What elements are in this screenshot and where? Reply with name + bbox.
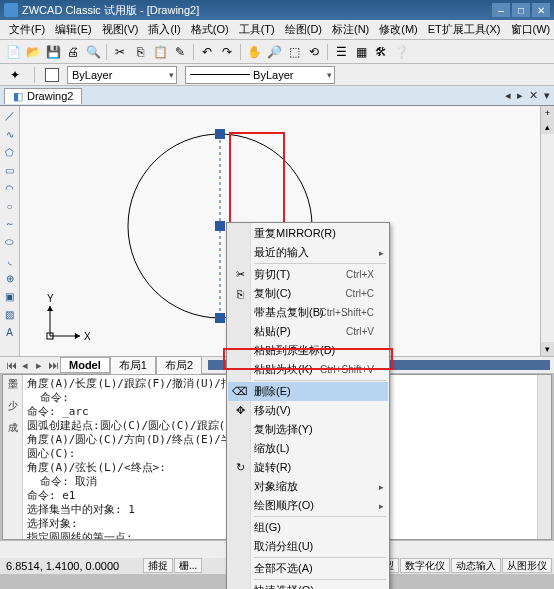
ctx-复制C[interactable]: ⎘复制(C)Ctrl+C [228, 284, 388, 303]
tabstrip-left-icon[interactable]: ◂ [505, 89, 511, 102]
ctx-粘贴为块K[interactable]: 粘贴为块(K)Ctrl+Shift+V [228, 360, 388, 379]
polygon-icon[interactable]: ⬠ [2, 144, 18, 160]
tabstrip-close-icon[interactable]: ✕ [529, 89, 538, 102]
save-icon[interactable]: 💾 [44, 43, 62, 61]
ctx-移动V[interactable]: ✥移动(V) [228, 401, 388, 420]
sb-tablet[interactable]: 数字化仪 [400, 558, 450, 573]
match-icon[interactable]: ✎ [171, 43, 189, 61]
props-icon[interactable]: ☰ [332, 43, 350, 61]
menu-n[interactable]: 标注(N) [327, 20, 374, 39]
zoomwin-icon[interactable]: ⬚ [285, 43, 303, 61]
cut-icon[interactable]: ✂ [111, 43, 129, 61]
color-swatch[interactable] [45, 68, 59, 82]
grid-toggle[interactable]: 栅... [174, 558, 202, 573]
tab-prev-icon[interactable]: ◂ [18, 359, 32, 372]
text-icon[interactable]: A [2, 324, 18, 340]
help-icon[interactable]: ❔ [392, 43, 410, 61]
menu-t[interactable]: 工具(T) [234, 20, 280, 39]
ctx-最近的输入[interactable]: 最近的输入▸ [228, 243, 388, 262]
sb-dyn[interactable]: 动态输入 [451, 558, 501, 573]
ctx-快速选择Q[interactable]: 快速选择(Q)... [228, 581, 388, 589]
pan-icon[interactable]: ✋ [245, 43, 263, 61]
layer-icon[interactable]: ✦ [6, 66, 24, 84]
zoomprev-icon[interactable]: ⟲ [305, 43, 323, 61]
tab-model[interactable]: Model [60, 357, 110, 373]
tabstrip-menu-icon[interactable]: ▾ [544, 89, 550, 102]
maximize-button[interactable]: □ [512, 3, 530, 17]
ctx-粘贴到原坐标D[interactable]: 粘贴到原坐标(D) [228, 341, 388, 360]
design-icon[interactable]: ▦ [352, 43, 370, 61]
ctx-对象缩放[interactable]: 对象缩放▸ [228, 477, 388, 496]
document-tabs: ◧Drawing2 ◂ ▸ ✕ ▾ [0, 86, 554, 106]
zoom-icon[interactable]: 🔎 [265, 43, 283, 61]
tab-next-icon[interactable]: ▸ [32, 359, 46, 372]
menu-o[interactable]: 格式(O) [186, 20, 234, 39]
minimize-button[interactable]: – [492, 3, 510, 17]
linetype-combo[interactable]: ByLayer [185, 66, 335, 84]
ctx-粘贴P[interactable]: 粘贴(P)Ctrl+V [228, 322, 388, 341]
toolbar-standard: 📄 📂 💾 🖨 🔍 ✂ ⎘ 📋 ✎ ↶ ↷ ✋ 🔎 ⬚ ⟲ ☰ ▦ 🛠 ❔ [0, 40, 554, 64]
tabstrip-right-icon[interactable]: ▸ [517, 89, 523, 102]
menu-f[interactable]: 文件(F) [4, 20, 50, 39]
ctx-缩放L[interactable]: 缩放(L) [228, 439, 388, 458]
menu-i[interactable]: 插入(I) [143, 20, 185, 39]
ctx-全部不选A[interactable]: 全部不选(A) [228, 559, 388, 578]
menubar: 文件(F)编辑(E)视图(V)插入(I)格式(O)工具(T)绘图(D)标注(N)… [0, 20, 554, 40]
menu-etx[interactable]: ET扩展工具(X) [423, 20, 506, 39]
doc-tab-drawing2[interactable]: ◧Drawing2 [4, 88, 82, 104]
svg-rect-4 [215, 313, 225, 323]
tab-layout1[interactable]: 布局1 [110, 356, 156, 375]
command-scrollbar[interactable] [537, 375, 551, 539]
ctx-组G[interactable]: 组(G) [228, 518, 388, 537]
circle-icon[interactable]: ○ [2, 198, 18, 214]
hatch-icon[interactable]: ▨ [2, 306, 18, 322]
insert-icon[interactable]: ⊕ [2, 270, 18, 286]
menu-e[interactable]: 编辑(E) [50, 20, 97, 39]
menu-d[interactable]: 绘图(D) [280, 20, 327, 39]
titlebar: ZWCAD Classic 试用版 - [Drawing2] – □ ✕ [0, 0, 554, 20]
menu-m[interactable]: 修改(M) [374, 20, 423, 39]
spline-icon[interactable]: ～ [2, 216, 18, 232]
redo-icon[interactable]: ↷ [218, 43, 236, 61]
new-icon[interactable]: 📄 [4, 43, 22, 61]
ctx-重复MIRRORR[interactable]: 重复MIRROR(R) [228, 224, 388, 243]
color-combo[interactable]: ByLayer [67, 66, 177, 84]
svg-rect-2 [215, 129, 225, 139]
tab-first-icon[interactable]: ⏮ [4, 359, 18, 371]
ctx-绘图顺序O[interactable]: 绘图顺序(O)▸ [228, 496, 388, 515]
rect-icon[interactable]: ▭ [2, 162, 18, 178]
scroll-down-arrow[interactable]: ▾ [541, 342, 554, 356]
ctx-复制选择Y[interactable]: 复制选择(Y) [228, 420, 388, 439]
vertical-scrollbar[interactable]: + ▴ ▾ [540, 106, 554, 356]
paste-icon[interactable]: 📋 [151, 43, 169, 61]
menu-w[interactable]: 窗口(W) [506, 20, 554, 39]
snap-toggle[interactable]: 捕捉 [143, 558, 173, 573]
ellipsearc-icon[interactable]: ◟ [2, 252, 18, 268]
scroll-up-icon[interactable]: + [541, 106, 554, 120]
ctx-剪切T[interactable]: ✂剪切(T)Ctrl+X [228, 265, 388, 284]
close-button[interactable]: ✕ [532, 3, 550, 17]
tab-layout2[interactable]: 布局2 [156, 356, 202, 375]
undo-icon[interactable]: ↶ [198, 43, 216, 61]
sb-plot[interactable]: 从图形仪 [502, 558, 552, 573]
menu-v[interactable]: 视图(V) [97, 20, 144, 39]
preview-icon[interactable]: 🔍 [84, 43, 102, 61]
block-icon[interactable]: ▣ [2, 288, 18, 304]
coordinates: 6.8514, 1.4100, 0.0000 [2, 560, 142, 572]
polyline-icon[interactable]: ∿ [2, 126, 18, 142]
tab-last-icon[interactable]: ⏭ [46, 359, 60, 371]
print-icon[interactable]: 🖨 [64, 43, 82, 61]
ctx-旋转R[interactable]: ↻旋转(R) [228, 458, 388, 477]
scroll-up-arrow[interactable]: ▴ [541, 120, 554, 134]
ellipse-icon[interactable]: ⬭ [2, 234, 18, 250]
tool-icon[interactable]: 🛠 [372, 43, 390, 61]
arc-icon[interactable]: ◠ [2, 180, 18, 196]
ctx-带基点复制B[interactable]: 带基点复制(B)Ctrl+Shift+C [228, 303, 388, 322]
ctx-取消分组U[interactable]: 取消分组(U) [228, 537, 388, 556]
copy-icon[interactable]: ⎘ [131, 43, 149, 61]
line-icon[interactable]: ／ [2, 108, 18, 124]
title-text: ZWCAD Classic 试用版 - [Drawing2] [22, 3, 199, 18]
ctx-删除E[interactable]: ⌫删除(E) [228, 382, 388, 401]
svg-text:Y: Y [47, 293, 54, 304]
open-icon[interactable]: 📂 [24, 43, 42, 61]
